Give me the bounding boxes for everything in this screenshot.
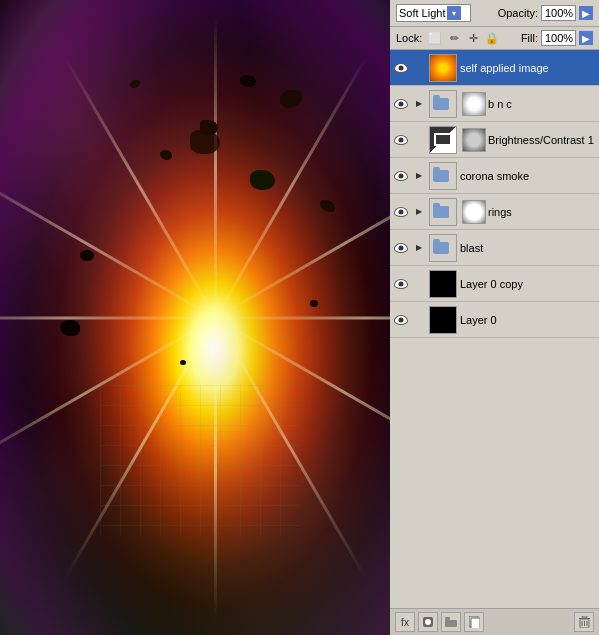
eye-toggle[interactable] [390, 243, 412, 253]
folder-icon [433, 242, 449, 254]
eye-toggle[interactable] [390, 279, 412, 289]
thumb-black [430, 271, 456, 297]
expand-arrow: ▶ [416, 99, 422, 108]
layer-name: Brightness/Contrast 1 [488, 134, 595, 146]
expand-col[interactable]: ▶ [412, 171, 426, 180]
layer-name: self applied image [460, 62, 595, 74]
layer-row[interactable]: ▶ blast [390, 230, 599, 266]
layer-mask-thumbnail [462, 128, 486, 152]
svg-rect-2 [445, 620, 457, 627]
layer-name: blast [460, 242, 595, 254]
folder-icon [433, 206, 449, 218]
panels: Soft Light ▾ Opacity: 100% ▶ Lock: ⬜ ✏ ✛… [390, 0, 599, 635]
layer-mask-thumbnail [462, 200, 486, 224]
opacity-section: Opacity: 100% ▶ [498, 5, 593, 21]
layers-list: self applied image ▶ b n c [390, 50, 599, 608]
blend-mode-bar: Soft Light ▾ Opacity: 100% ▶ [390, 0, 599, 27]
eye-icon [394, 99, 408, 109]
svg-rect-3 [445, 617, 450, 620]
blend-mode-arrow[interactable]: ▾ [447, 6, 461, 20]
grid-pattern [100, 385, 300, 535]
eye-icon [394, 279, 408, 289]
new-layer-button[interactable] [464, 612, 484, 632]
add-style-button[interactable]: fx [395, 612, 415, 632]
eye-icon [394, 135, 408, 145]
layer-thumbnail [429, 90, 457, 118]
eye-icon [394, 207, 408, 217]
layer-row[interactable]: Brightness/Contrast 1 [390, 122, 599, 158]
thumb-star [430, 55, 456, 81]
opacity-label: Opacity: [498, 7, 538, 19]
lock-all-btn[interactable]: 🔒 [484, 30, 500, 46]
expand-arrow: ▶ [416, 171, 422, 180]
layer-name: Layer 0 copy [460, 278, 595, 290]
layer-name: Layer 0 [460, 314, 595, 326]
lock-label: Lock: [396, 32, 422, 44]
new-group-button[interactable] [441, 612, 461, 632]
layer-row[interactable]: ▶ b n c [390, 86, 599, 122]
svg-point-1 [425, 619, 431, 625]
layer-name: rings [488, 206, 595, 218]
svg-rect-5 [471, 618, 480, 628]
expand-col[interactable]: ▶ [412, 243, 426, 252]
layer-row[interactable]: ▶ corona smoke [390, 158, 599, 194]
eye-toggle[interactable] [390, 315, 412, 325]
layer-thumbnail [429, 162, 457, 190]
blend-mode-value: Soft Light [399, 7, 445, 19]
fill-stepper[interactable]: ▶ [579, 31, 593, 45]
folder-icon [433, 170, 449, 182]
expand-arrow: ▶ [416, 243, 422, 252]
opacity-stepper[interactable]: ▶ [579, 6, 593, 20]
eye-toggle[interactable] [390, 171, 412, 181]
eye-icon [394, 171, 408, 181]
expand-arrow: ▶ [416, 207, 422, 216]
opacity-value[interactable]: 100% [541, 5, 576, 21]
layer-row[interactable]: Layer 0 copy [390, 266, 599, 302]
layer-row[interactable]: self applied image [390, 50, 599, 86]
delete-layer-button[interactable] [574, 612, 594, 632]
eye-toggle[interactable] [390, 63, 412, 73]
eye-icon [394, 315, 408, 325]
lock-bar: Lock: ⬜ ✏ ✛ 🔒 Fill: 100% ▶ [390, 27, 599, 50]
eye-icon [394, 243, 408, 253]
thumb-monitor [434, 133, 452, 146]
layer-thumbnail [429, 126, 457, 154]
eye-toggle[interactable] [390, 135, 412, 145]
eye-toggle[interactable] [390, 207, 412, 217]
layer-mask-thumbnail [462, 92, 486, 116]
folder-icon [433, 98, 449, 110]
layer-row[interactable]: ▶ rings [390, 194, 599, 230]
fill-label: Fill: [521, 32, 538, 44]
layer-name: corona smoke [460, 170, 595, 182]
expand-col[interactable]: ▶ [412, 207, 426, 216]
fill-section: Fill: 100% ▶ [521, 30, 593, 46]
layer-row[interactable]: Layer 0 [390, 302, 599, 338]
layer-thumbnail [429, 270, 457, 298]
eye-toggle[interactable] [390, 99, 412, 109]
thumb-black [430, 307, 456, 333]
lock-transparency-btn[interactable]: ⬜ [427, 30, 443, 46]
lock-paint-btn[interactable]: ✏ [446, 30, 462, 46]
fill-value[interactable]: 100% [541, 30, 576, 46]
layer-thumbnail [429, 198, 457, 226]
thumb-bc [430, 127, 456, 153]
canvas-area [0, 0, 390, 635]
add-mask-button[interactable] [418, 612, 438, 632]
layer-thumbnail [429, 54, 457, 82]
layers-toolbar: fx [390, 608, 599, 635]
lock-move-btn[interactable]: ✛ [465, 30, 481, 46]
expand-col[interactable]: ▶ [412, 99, 426, 108]
layer-name: b n c [488, 98, 595, 110]
layer-thumbnail [429, 234, 457, 262]
eye-icon [394, 63, 408, 73]
svg-rect-8 [582, 616, 587, 618]
layer-thumbnail [429, 306, 457, 334]
blend-mode-select[interactable]: Soft Light ▾ [396, 4, 471, 22]
lock-icons-group: ⬜ ✏ ✛ 🔒 [427, 30, 500, 46]
canvas-background [0, 0, 390, 635]
